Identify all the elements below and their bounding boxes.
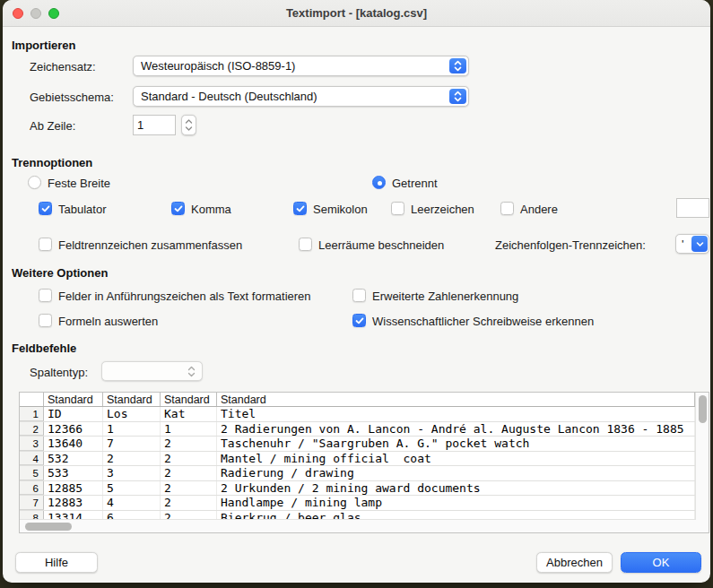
table-cell[interactable]: 2: [161, 481, 217, 496]
other-separator-input[interactable]: [676, 198, 709, 218]
row-number: 2: [20, 422, 44, 437]
grid-header-row: Standard Standard Standard Standard: [20, 393, 695, 407]
table-cell[interactable]: ID: [44, 407, 103, 421]
table-cell[interactable]: 2: [103, 452, 161, 466]
column-header[interactable]: Standard: [161, 393, 217, 406]
trim-spaces-label: Leerräume beschneiden: [318, 238, 444, 252]
table-cell[interactable]: 12883: [44, 496, 103, 510]
tab-checkbox[interactable]: [39, 202, 52, 215]
table-cell[interactable]: 533: [44, 466, 103, 480]
separated-radio[interactable]: [372, 176, 386, 189]
from-row-input[interactable]: [133, 115, 176, 135]
merge-delimiters-checkbox[interactable]: [39, 238, 52, 251]
vertical-scrollbar[interactable]: [695, 393, 709, 520]
string-delimiter-combo[interactable]: ': [675, 234, 709, 254]
window-title: Textimport - [katalog.csv]: [3, 6, 710, 20]
chevron-up-down-icon: [449, 58, 466, 74]
locale-dropdown[interactable]: Standard - Deutsch (Deutschland): [133, 86, 469, 107]
table-cell[interactable]: Kat: [161, 407, 217, 421]
table-cell[interactable]: 2 Radierungen von A. Lancon - André al. …: [217, 422, 695, 437]
charset-dropdown[interactable]: Westeuropäisch (ISO-8859-1): [133, 56, 469, 76]
table-cell[interactable]: 532: [44, 452, 103, 466]
space-checkbox[interactable]: [391, 202, 404, 215]
other-label: Andere: [520, 203, 558, 216]
column-header[interactable]: Standard: [103, 393, 161, 406]
merge-delimiters-label: Feldtrennzeichen zusammenfassen: [58, 238, 242, 252]
semicolon-checkbox[interactable]: [293, 202, 307, 215]
column-type-dropdown[interactable]: [101, 361, 203, 381]
from-row-stepper[interactable]: [181, 115, 196, 135]
space-label: Leerzeichen: [411, 203, 474, 216]
quoted-as-text-label: Felder in Anführungszeichen als Text for…: [58, 290, 311, 303]
table-cell[interactable]: 2: [161, 437, 217, 451]
table-cell[interactable]: Titel: [217, 407, 695, 421]
comma-label: Komma: [191, 203, 231, 216]
horizontal-scrollbar[interactable]: [20, 519, 695, 532]
table-cell[interactable]: Mantel / mining official coat: [217, 452, 695, 466]
evaluate-formulas-label: Formeln auswerten: [58, 315, 158, 328]
table-cell[interactable]: Los: [103, 407, 161, 421]
table-cell[interactable]: 2 Urkunden / 2 mining award documents: [217, 481, 695, 496]
row-number: 3: [20, 437, 44, 451]
from-row-label: Ab Zeile:: [30, 119, 75, 133]
fixed-width-label: Feste Breite: [48, 177, 110, 190]
row-number: 1: [20, 407, 44, 421]
table-cell[interactable]: Radierung / drawing: [217, 466, 695, 480]
section-import: Importieren: [12, 39, 76, 52]
vertical-scrollbar-thumb[interactable]: [699, 395, 707, 423]
table-cell[interactable]: 1: [103, 422, 161, 437]
charset-value: Westeuropäisch (ISO-8859-1): [141, 59, 445, 73]
special-numbers-label: Erweiterte Zahlenerkennung: [372, 290, 518, 303]
row-number: 4: [20, 452, 44, 466]
other-checkbox[interactable]: [500, 202, 514, 215]
semicolon-label: Semikolon: [313, 203, 368, 216]
table-cell[interactable]: 3: [103, 466, 161, 480]
table-cell[interactable]: Taschenuhr / "Saargruben A. G." pocket w…: [217, 437, 695, 451]
table-row: 1IDLosKatTitel: [20, 407, 695, 422]
column-type-label: Spaltentyp:: [30, 366, 88, 379]
table-cell[interactable]: 2: [161, 496, 217, 510]
table-row: 612885522 Urkunden / 2 mining award docu…: [20, 481, 695, 497]
table-row: 453222Mantel / mining official coat: [20, 452, 695, 467]
cancel-button[interactable]: Abbrechen: [536, 552, 613, 573]
csv-preview-table: Standard Standard Standard Standard 1IDL…: [19, 392, 709, 533]
corner-cell: [20, 393, 44, 406]
chevron-up-down-icon: [449, 89, 466, 104]
trim-spaces-checkbox[interactable]: [299, 238, 312, 251]
column-header[interactable]: Standard: [44, 393, 103, 406]
table-row: 31364072Taschenuhr / "Saargruben A. G." …: [20, 437, 695, 452]
table-row: 71288342Handlampe / mining lamp: [20, 496, 695, 511]
scientific-notation-checkbox[interactable]: [352, 314, 366, 327]
section-separator: Trennoptionen: [12, 156, 92, 169]
titlebar: Textimport - [katalog.csv]: [3, 0, 710, 27]
table-cell[interactable]: 4: [103, 496, 161, 510]
section-fields: Feldbefehle: [12, 342, 76, 355]
table-cell[interactable]: 12885: [44, 481, 103, 496]
table-cell[interactable]: 1: [161, 422, 217, 437]
separated-label: Getrennt: [392, 177, 438, 190]
table-cell[interactable]: Handlampe / mining lamp: [217, 496, 695, 510]
column-header[interactable]: Standard: [217, 393, 695, 406]
string-delimiter-label: Zeichenfolgen-Trennzeichen:: [495, 238, 646, 252]
locale-value: Standard - Deutsch (Deutschland): [141, 90, 445, 103]
row-number: 7: [20, 496, 44, 510]
table-cell[interactable]: 5: [103, 481, 161, 496]
table-cell[interactable]: 7: [103, 437, 161, 451]
grid-viewport: Standard Standard Standard Standard 1IDL…: [20, 393, 695, 520]
table-cell[interactable]: 13640: [44, 437, 103, 451]
special-numbers-checkbox[interactable]: [352, 289, 366, 302]
table-cell[interactable]: 12366: [44, 422, 103, 437]
ok-button[interactable]: OK: [621, 552, 701, 573]
comma-checkbox[interactable]: [171, 202, 185, 215]
quoted-as-text-checkbox[interactable]: [39, 289, 52, 302]
table-row: 212366112 Radierungen von A. Lancon - An…: [20, 422, 695, 437]
horizontal-scrollbar-thumb[interactable]: [25, 523, 72, 531]
table-cell[interactable]: 2: [161, 452, 217, 466]
string-delimiter-value: ': [682, 238, 683, 251]
scientific-notation-label: Wissenschaftlicher Schreibweise erkennen: [372, 315, 594, 328]
help-button[interactable]: Hilfe: [15, 552, 98, 573]
locale-label: Gebietsschema:: [30, 91, 114, 104]
evaluate-formulas-checkbox[interactable]: [39, 314, 52, 327]
table-cell[interactable]: 2: [161, 466, 217, 480]
fixed-width-radio[interactable]: [28, 176, 41, 189]
